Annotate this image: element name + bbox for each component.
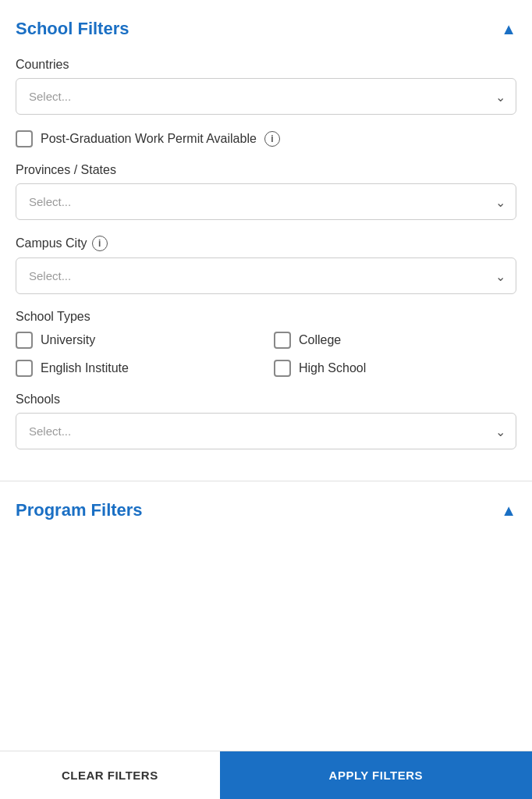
high-school-checkbox[interactable] bbox=[274, 360, 291, 377]
school-type-college: College bbox=[274, 332, 516, 349]
countries-select[interactable]: Select... bbox=[16, 78, 516, 115]
provinces-field: Provinces / States Select... ⌄ bbox=[16, 163, 516, 220]
campus-city-field: Campus City i Select... ⌄ bbox=[16, 236, 516, 294]
provinces-select-wrapper: Select... ⌄ bbox=[16, 183, 516, 220]
schools-label: Schools bbox=[16, 392, 516, 407]
school-filters-header: School Filters ▲ bbox=[16, 19, 516, 39]
program-filters-chevron[interactable]: ▲ bbox=[501, 502, 516, 520]
schools-select[interactable]: Select... bbox=[16, 413, 516, 449]
provinces-select[interactable]: Select... bbox=[16, 183, 516, 220]
program-filters-header: Program Filters ▲ bbox=[16, 500, 516, 520]
campus-city-select-wrapper: Select... ⌄ bbox=[16, 257, 516, 294]
school-filters-chevron[interactable]: ▲ bbox=[501, 20, 516, 38]
countries-select-wrapper: Select... ⌄ bbox=[16, 78, 516, 115]
english-institute-label: English Institute bbox=[41, 361, 129, 375]
college-label: College bbox=[299, 333, 341, 347]
post-graduation-label: Post-Graduation Work Permit Available bbox=[41, 132, 257, 146]
campus-city-info-icon[interactable]: i bbox=[92, 236, 108, 251]
post-graduation-info-icon[interactable]: i bbox=[264, 131, 280, 147]
countries-label: Countries bbox=[16, 58, 516, 72]
footer-actions: CLEAR FILTERS APPLY FILTERS bbox=[0, 751, 532, 799]
program-filters-title: Program Filters bbox=[16, 500, 143, 520]
schools-field: Schools Select... ⌄ bbox=[16, 392, 516, 449]
university-label: University bbox=[41, 333, 95, 347]
campus-city-select[interactable]: Select... bbox=[16, 257, 516, 294]
apply-filters-button[interactable]: APPLY FILTERS bbox=[220, 751, 532, 799]
english-institute-checkbox[interactable] bbox=[16, 360, 33, 377]
school-types-label: School Types bbox=[16, 310, 516, 324]
countries-field: Countries Select... ⌄ bbox=[16, 58, 516, 115]
university-checkbox[interactable] bbox=[16, 332, 33, 349]
clear-filters-button[interactable]: CLEAR FILTERS bbox=[0, 751, 220, 799]
high-school-label: High School bbox=[299, 361, 366, 375]
school-type-high-school: High School bbox=[274, 360, 516, 377]
school-type-english-institute: English Institute bbox=[16, 360, 258, 377]
school-types-field: School Types University College English … bbox=[16, 310, 516, 377]
schools-select-wrapper: Select... ⌄ bbox=[16, 413, 516, 449]
post-graduation-checkbox[interactable] bbox=[16, 130, 33, 147]
campus-city-label: Campus City i bbox=[16, 236, 516, 251]
school-filters-title: School Filters bbox=[16, 19, 129, 39]
provinces-label: Provinces / States bbox=[16, 163, 516, 177]
program-filters-section: Program Filters ▲ bbox=[0, 481, 532, 520]
school-types-grid: University College English Institute Hig… bbox=[16, 332, 516, 377]
school-type-university: University bbox=[16, 332, 258, 349]
college-checkbox[interactable] bbox=[274, 332, 291, 349]
post-graduation-group: Post-Graduation Work Permit Available i bbox=[16, 130, 516, 147]
